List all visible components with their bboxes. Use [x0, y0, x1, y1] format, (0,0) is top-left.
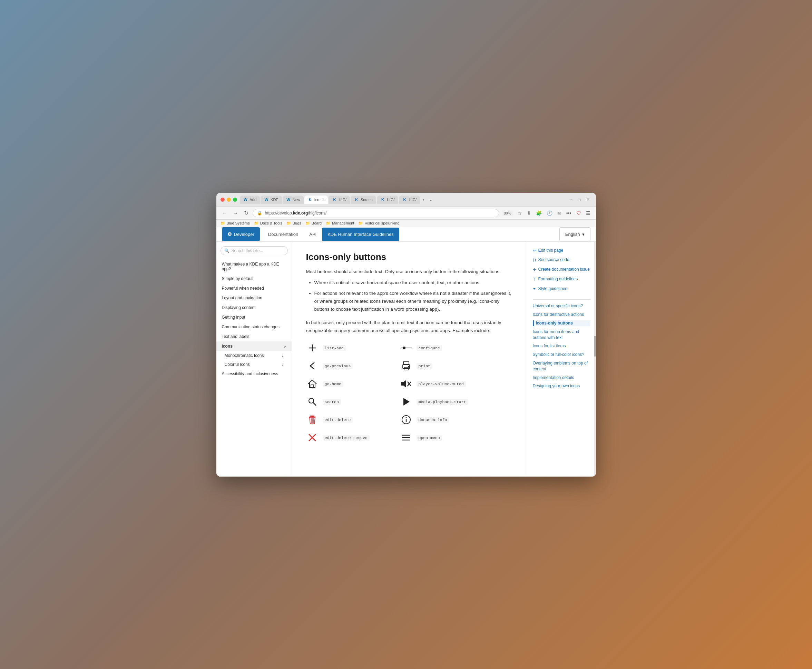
edit-page-link[interactable]: ✏ Edit this page [533, 247, 590, 254]
toc-icons-only[interactable]: Icons-only buttons [533, 320, 590, 326]
tab-icons-active[interactable]: K Ico ✕ [304, 195, 328, 204]
nav-api[interactable]: API [304, 228, 322, 241]
nav-language[interactable]: English ▾ [559, 227, 590, 241]
icon-row-volume-muted: player-volume-muted [400, 378, 485, 390]
chevron-down-icon: ⌄ [283, 344, 286, 349]
url-path: /hig/icons/ [308, 211, 327, 215]
sidebar-item-layout[interactable]: Layout and navigation [216, 293, 292, 303]
go-home-label: go-home [323, 381, 344, 387]
toc-list-items[interactable]: Icons for list items [533, 343, 590, 349]
back-button[interactable]: ← [221, 209, 229, 217]
toc-designing[interactable]: Designing your own icons [533, 383, 590, 389]
sidebar-item-accessibility[interactable]: Accessibility and inclusiveness [216, 369, 292, 379]
shield-button[interactable]: 🛡 [575, 209, 583, 217]
bookmark-bugs[interactable]: 📁 Bugs [286, 221, 301, 225]
sidebar-item-icons[interactable]: Icons ⌄ [216, 341, 292, 351]
create-issue-link[interactable]: ✈ Create documentation issue [533, 267, 590, 273]
history-button[interactable]: 🕐 [545, 209, 554, 217]
tab-close-button[interactable]: ✕ [322, 198, 324, 202]
icons-grid: list-add configure [306, 342, 485, 444]
tab-hig2[interactable]: K HIG/ [377, 195, 398, 204]
list-add-icon [306, 342, 318, 354]
tab-hig3[interactable]: K HIG/ [399, 195, 420, 204]
sidebar-item-communicating[interactable]: Communicating status changes [216, 322, 292, 332]
bullet-1: Where it's critical to save horizontal s… [314, 279, 513, 287]
edit-delete-icon [306, 414, 318, 426]
search-label: search [323, 399, 341, 405]
bookmark-label: Management [332, 221, 354, 225]
bookmark-blue-systems[interactable]: 📁 Blue Systems [221, 221, 250, 225]
bookmark-historical[interactable]: 📁 Historical spelunking [358, 221, 399, 225]
open-menu-icon [400, 431, 413, 444]
tab-overflow-button[interactable]: › [421, 196, 426, 203]
url-domain: kde.org [293, 211, 308, 215]
extensions-button[interactable]: 🧩 [534, 209, 543, 217]
folder-icon: 📁 [286, 221, 291, 225]
svg-marker-15 [403, 398, 409, 405]
toc-destructive[interactable]: Icons for destructive actions [533, 312, 590, 318]
search-icon: 🔍 [224, 248, 229, 253]
tab-label: Screen [361, 198, 373, 202]
download-button[interactable]: ⬇ [526, 209, 532, 217]
docinfo-label: documentinfo [416, 417, 449, 423]
sidebar-item-text-labels[interactable]: Text and labels [216, 332, 292, 341]
toc-implementation[interactable]: Implementation details [533, 375, 590, 381]
address-field[interactable]: 🔒 https://develop.kde.org/hig/icons/ [253, 209, 499, 217]
sidebar-item-simple[interactable]: Simple by default [216, 274, 292, 284]
toc-universal[interactable]: Universal or specific icons? [533, 303, 590, 309]
titlebar: W Add W KDE W New K Ico ✕ K HIG/ K [216, 193, 596, 207]
sidebar-item-getting-input[interactable]: Getting input [216, 313, 292, 322]
bookmark-management[interactable]: 📁 Management [326, 221, 354, 225]
bookmark-board[interactable]: 📁 Board [305, 221, 322, 225]
close-window-icon[interactable]: ✕ [584, 196, 592, 203]
style-link[interactable]: ✒ Style guidelines [533, 286, 590, 292]
toc-overlaying[interactable]: Overlaying emblems on top of content [533, 360, 590, 372]
tab-label: HIG/ [409, 198, 417, 202]
open-menu-label: open-menu [416, 435, 442, 441]
maximize-button[interactable] [233, 198, 237, 202]
tab-list-button[interactable]: ⌄ [427, 196, 435, 203]
tab-screen[interactable]: K Screen [350, 195, 376, 204]
minimize-button[interactable] [227, 198, 231, 202]
tab-kde[interactable]: W KDE [261, 195, 282, 204]
sidebar-item-displaying[interactable]: Displaying content [216, 303, 292, 313]
style-icon: ✒ [533, 286, 536, 292]
formatting-link[interactable]: ⊤ Formatting guidelines [533, 276, 590, 282]
edit-icon: ✏ [533, 248, 536, 254]
nav-documentation[interactable]: Documentation [263, 228, 304, 241]
bookmark-label: Docs & Tools [260, 221, 282, 225]
search-box[interactable]: 🔍 Search this site... [221, 246, 288, 255]
menu-button[interactable]: ☰ [585, 209, 592, 217]
tab-add[interactable]: W Add [240, 195, 260, 204]
issue-icon: ✈ [533, 267, 536, 273]
bookmark-docs-tools[interactable]: 📁 Docs & Tools [254, 221, 282, 225]
more-button[interactable]: ••• [565, 209, 573, 217]
folder-icon: 📁 [221, 221, 225, 225]
minimize-window-icon[interactable]: − [568, 196, 574, 203]
page-title: Icons-only buttons [306, 252, 513, 262]
sidebar-item-powerful[interactable]: Powerful when needed [216, 284, 292, 293]
kde-icon-2: K [332, 197, 337, 202]
tab-new[interactable]: W New [283, 195, 304, 204]
scrollbar-track[interactable] [594, 242, 596, 477]
scrollbar-thumb[interactable] [594, 336, 596, 356]
toc-menu-items[interactable]: Icons for menu items and buttons with te… [533, 329, 590, 341]
bookmark-label: Board [312, 221, 322, 225]
reload-button[interactable]: ↻ [243, 209, 250, 217]
tab-hig1[interactable]: K HIG/ [329, 195, 350, 204]
nav-developer[interactable]: ⚙ Developer [222, 227, 260, 241]
forward-button[interactable]: → [232, 209, 240, 217]
source-code-link[interactable]: ⟨⟩ See source code [533, 257, 590, 263]
sidebar-item-what-makes[interactable]: What makes a KDE app a KDE app? [216, 259, 292, 274]
delete-label: edit-delete [323, 417, 353, 423]
bookmarks-bar: 📁 Blue Systems 📁 Docs & Tools 📁 Bugs 📁 B… [216, 220, 596, 227]
bookmark-star-button[interactable]: ☆ [516, 209, 524, 217]
mail-button[interactable]: ✉ [556, 209, 563, 217]
sidebar-subitem-monochromatic[interactable]: Monochromatic Icons › [216, 351, 292, 360]
toc-symbolic[interactable]: Symbolic or full-color icons? [533, 352, 590, 358]
sidebar-subitem-colorful[interactable]: Colorful Icons › [216, 360, 292, 369]
maximize-window-icon[interactable]: □ [576, 196, 583, 203]
nav-kde-hig[interactable]: KDE Human Interface Guidelines [322, 228, 399, 241]
configure-label: configure [416, 345, 442, 351]
close-button[interactable] [221, 198, 225, 202]
